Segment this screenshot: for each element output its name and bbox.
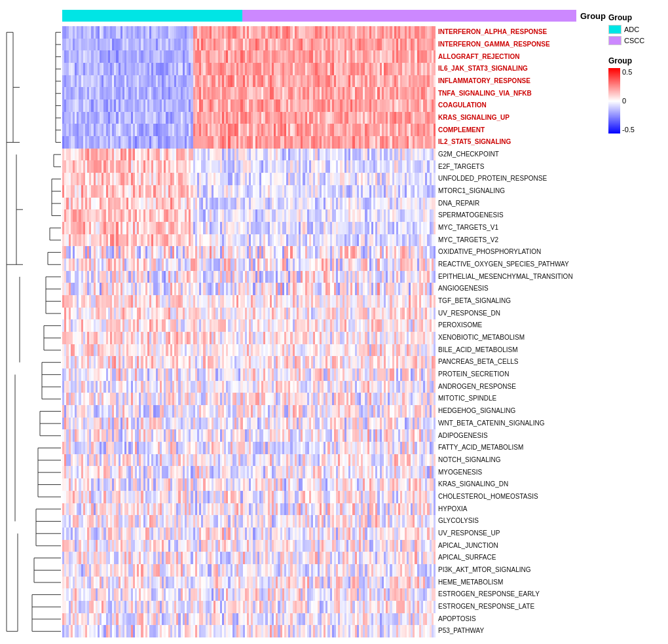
row-label-9: IL2_STAT5_SIGNALING <box>438 136 606 149</box>
row-label-38: CHOLESTEROL_HOMEOSTASIS <box>438 491 606 503</box>
row-label-23: UV_RESPONSE_DN <box>438 307 606 319</box>
row-label-6: COAGULATION <box>438 99 606 112</box>
row-label-4: INFLAMMATORY_RESPONSE <box>438 75 606 88</box>
row-label-31: HEDGEHOG_SIGNALING <box>438 405 606 418</box>
legend-color-title: Group <box>608 56 632 65</box>
row-label-28: PROTEIN_SECRETION <box>438 368 606 381</box>
row-label-45: HEME_METABOLISM <box>438 576 606 588</box>
row-label-19: REACTIVE_OXYGEN_SPECIES_PATHWAY <box>438 259 606 271</box>
row-label-49: P53_PATHWAY <box>438 625 606 637</box>
row-label-43: APICAL_SURFACE <box>438 552 606 564</box>
heatmap-and-labels: INTERFERON_ALPHA_RESPONSEINTERFERON_GAMM… <box>62 26 606 637</box>
row-label-8: COMPLEMENT <box>438 124 606 136</box>
row-label-41: UV_RESPONSE_UP <box>438 528 606 540</box>
row-label-12: UNFOLDED_PROTEIN_RESPONSE <box>438 173 606 185</box>
row-labels: INTERFERON_ALPHA_RESPONSEINTERFERON_GAMM… <box>436 26 606 637</box>
row-label-48: APOPTOSIS <box>438 613 606 625</box>
row-label-17: MYC_TARGETS_V2 <box>438 234 606 246</box>
tick-bot: -0.5 <box>622 126 635 134</box>
row-label-7: KRAS_SIGNALING_UP <box>438 112 606 124</box>
row-label-11: E2F_TARGETS <box>438 160 606 173</box>
row-label-34: FATTY_ACID_METABOLISM <box>438 442 606 454</box>
row-label-0: INTERFERON_ALPHA_RESPONSE <box>438 26 606 39</box>
group-bar-cscc <box>242 10 576 22</box>
row-label-40: GLYCOLYSIS <box>438 515 606 528</box>
row-label-10: G2M_CHECKPOINT <box>438 149 606 161</box>
row-label-24: PEROXISOME <box>438 319 606 332</box>
row-label-20: EPITHELIAL_MESENCHYMAL_TRANSITION <box>438 270 606 283</box>
row-label-35: NOTCH_SIGNALING <box>438 454 606 467</box>
row-label-37: KRAS_SIGNALING_DN <box>438 478 606 491</box>
colorbar-canvas <box>608 68 620 134</box>
tick-top: 0.5 <box>622 68 635 76</box>
legend-adc-item: ADC <box>608 25 639 34</box>
legend-cscc-label: CSCC <box>624 37 644 45</box>
dendrogram <box>3 26 62 641</box>
row-label-3: IL6_JAK_STAT3_SIGNALING <box>438 63 606 75</box>
row-label-21: ANGIOGENESIS <box>438 283 606 295</box>
row-label-30: MITOTIC_SPINDLE <box>438 393 606 405</box>
colorbar-ticks: 0.5 0 -0.5 <box>622 68 635 134</box>
group-bar-label: Group <box>580 11 606 21</box>
legend-cscc-item: CSCC <box>608 36 644 45</box>
row-label-29: ANDROGEN_RESPONSE <box>438 380 606 393</box>
row-label-46: ESTROGEN_RESPONSE_EARLY <box>438 588 606 601</box>
row-label-27: PANCREAS_BETA_CELLS <box>438 356 606 368</box>
row-label-39: HYPOXIA <box>438 503 606 515</box>
row-label-32: WNT_BETA_CATENIN_SIGNALING <box>438 418 606 430</box>
row-label-1: INTERFERON_GAMMA_RESPONSE <box>438 39 606 51</box>
legend-cscc-swatch <box>608 36 622 45</box>
legend-adc-label: ADC <box>624 26 639 33</box>
group-bar-row: Group <box>62 7 606 25</box>
legend-group-title: Group <box>608 13 632 22</box>
group-bar-adc <box>62 10 242 22</box>
row-label-5: TNFA_SIGNALING_VIA_NFKB <box>438 87 606 99</box>
legend-colorbar-wrap: 0.5 0 -0.5 <box>608 68 635 134</box>
row-label-42: APICAL_JUNCTION <box>438 539 606 552</box>
row-label-22: TGF_BETA_SIGNALING <box>438 295 606 308</box>
legend-adc-swatch <box>608 25 622 34</box>
row-label-44: PI3K_AKT_MTOR_SIGNALING <box>438 564 606 577</box>
heatmap-section: Group INTERFERON_ALPHA_RESPONSEINTERFERO… <box>62 7 606 637</box>
row-label-13: MTORC1_SIGNALING <box>438 185 606 198</box>
row-label-33: ADIPOGENESIS <box>438 429 606 442</box>
group-bar <box>62 10 576 22</box>
legend-area: Group ADC CSCC Group 0.5 0 -0.5 <box>606 7 665 637</box>
row-label-26: BILE_ACID_METABOLISM <box>438 344 606 356</box>
row-label-2: ALLOGRAFT_REJECTION <box>438 50 606 63</box>
row-label-25: XENOBIOTIC_METABOLISM <box>438 332 606 344</box>
heatmap-canvas <box>62 26 436 637</box>
row-label-14: DNA_REPAIR <box>438 197 606 209</box>
tick-mid: 0 <box>622 97 635 105</box>
row-label-36: MYOGENESIS <box>438 466 606 478</box>
row-label-16: MYC_TARGETS_V1 <box>438 222 606 234</box>
row-label-47: ESTROGEN_RESPONSE_LATE <box>438 601 606 613</box>
row-label-15: SPERMATOGENESIS <box>438 209 606 222</box>
row-label-18: OXIDATIVE_PHOSPHORYLATION <box>438 246 606 259</box>
